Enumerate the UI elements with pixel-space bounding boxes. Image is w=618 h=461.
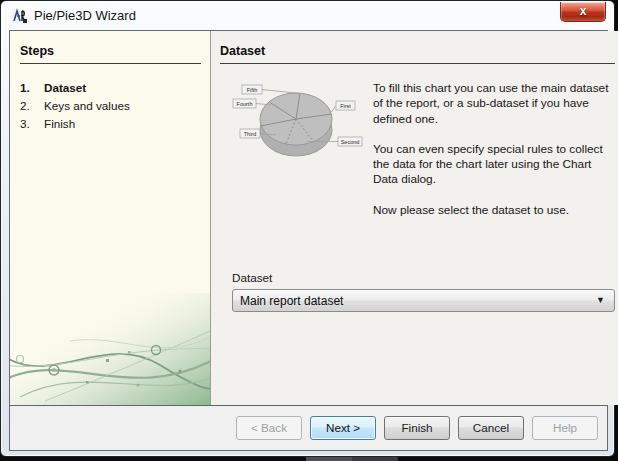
step-number: 1. bbox=[20, 81, 44, 94]
back-button: < Back bbox=[236, 416, 302, 440]
dataset-combobox-value: Main report dataset bbox=[240, 294, 343, 308]
window-title: Pie/Pie3D Wizard bbox=[34, 8, 136, 23]
help-button: Help bbox=[532, 416, 598, 440]
step-item-finish: 3. Finish bbox=[20, 117, 210, 130]
button-bar: < Back Next > Finish Cancel Help bbox=[10, 405, 607, 450]
title-bar[interactable]: Pie/Pie3D Wizard x bbox=[1, 1, 614, 30]
finish-button[interactable]: Finish bbox=[384, 416, 450, 440]
dataset-combobox[interactable]: Main report dataset ▼ bbox=[232, 289, 615, 312]
close-button[interactable]: x bbox=[560, 2, 606, 22]
pie-label-third: Third bbox=[244, 131, 257, 137]
pie-label-second: Second bbox=[341, 139, 360, 145]
wave-decoration bbox=[10, 293, 211, 405]
pie-label-fifth: Fifth bbox=[247, 87, 258, 93]
instruction-paragraph: To fill this chart you can use the main … bbox=[373, 81, 615, 127]
cancel-button[interactable]: Cancel bbox=[458, 416, 524, 440]
step-item-keys-values: 2. Keys and values bbox=[20, 99, 210, 112]
step-item-dataset: 1. Dataset bbox=[20, 81, 210, 94]
step-label: Dataset bbox=[44, 81, 86, 94]
dataset-field-label: Dataset bbox=[232, 271, 615, 284]
instruction-paragraph: You can even specify special rules to co… bbox=[373, 142, 615, 188]
close-icon: x bbox=[580, 4, 587, 18]
dialog-content: Steps 1. Dataset 2. Keys and values 3. F… bbox=[9, 30, 608, 451]
steps-list: 1. Dataset 2. Keys and values 3. Finish bbox=[20, 81, 210, 130]
app-icon bbox=[12, 8, 28, 24]
step-label: Keys and values bbox=[44, 99, 130, 112]
dataset-step-header: Dataset bbox=[220, 44, 615, 64]
dataset-step-panel: Dataset bbox=[211, 31, 618, 405]
chevron-down-icon: ▼ bbox=[596, 296, 605, 305]
dataset-section: Dataset Main report dataset ▼ bbox=[232, 271, 615, 312]
main-area: Steps 1. Dataset 2. Keys and values 3. F… bbox=[10, 31, 607, 405]
next-button[interactable]: Next > bbox=[310, 416, 376, 440]
pie-chart-preview-image: Fifth Fourth Third First Second bbox=[230, 81, 370, 181]
instructions: To fill this chart you can use the main … bbox=[373, 81, 615, 233]
step-number: 3. bbox=[20, 117, 44, 130]
step-label: Finish bbox=[44, 117, 75, 130]
pie-label-first: First bbox=[340, 103, 351, 109]
intro-row: Fifth Fourth Third First Second To f bbox=[220, 81, 615, 233]
steps-header: Steps bbox=[20, 44, 201, 64]
step-number: 2. bbox=[20, 99, 44, 112]
steps-sidebar: Steps 1. Dataset 2. Keys and values 3. F… bbox=[10, 31, 211, 405]
pie-label-fourth: Fourth bbox=[237, 101, 253, 107]
wizard-dialog: Pie/Pie3D Wizard x Steps 1. Dataset 2. K… bbox=[0, 0, 615, 457]
instruction-paragraph: Now please select the dataset to use. bbox=[373, 203, 615, 218]
